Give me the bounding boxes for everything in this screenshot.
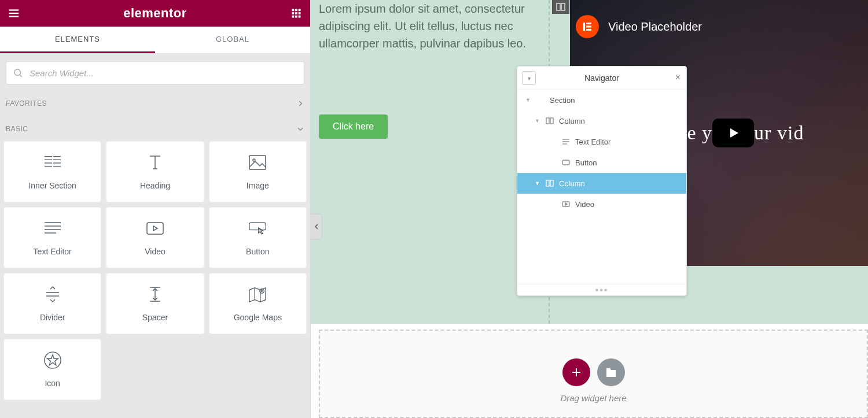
section-favorites-label: FAVORITES (6, 99, 47, 108)
widget-spacer[interactable]: Spacer (106, 273, 204, 334)
svg-rect-45 (557, 3, 560, 10)
navigator-item-section[interactable]: ▼ Section (517, 90, 686, 110)
navigator-item-label: Column (559, 117, 585, 125)
navigator-collapse-all-icon[interactable]: ▾ (522, 71, 536, 85)
navigator-item-video[interactable]: ▼ Video (517, 194, 686, 214)
dropzone-hint: Drag widget here (560, 393, 626, 403)
widget-icon[interactable]: Icon (3, 339, 101, 400)
search-icon (13, 68, 23, 78)
add-section-button[interactable] (562, 358, 590, 386)
navigator-item-label: Column (559, 179, 585, 188)
widget-label: Heading (140, 181, 170, 190)
chevron-down-icon (296, 125, 304, 133)
navigator-item-label: Button (575, 158, 597, 167)
widget-video[interactable]: Video (106, 207, 204, 268)
widget-inner-section[interactable]: Inner Section (3, 141, 101, 202)
navigator-item-button[interactable]: ▼ Button (517, 152, 686, 173)
divider-icon (43, 285, 62, 304)
svg-rect-25 (249, 156, 266, 169)
navigator-item-label: Video (575, 200, 594, 209)
navigator-header[interactable]: ▾ Navigator × (517, 66, 686, 90)
section-basic-label: BASIC (6, 125, 28, 133)
text-editor-content[interactable]: Lorem ipsum dolor sit amet, consectetur … (319, 0, 527, 52)
panel-header: elementor (0, 0, 310, 27)
spacer-icon (146, 285, 164, 304)
video-icon (146, 219, 164, 238)
heading-icon (146, 153, 164, 172)
widget-grid: Inner Section Heading Image Text Editor … (0, 141, 310, 406)
svg-line-13 (20, 75, 21, 76)
widget-label: Image (247, 181, 269, 190)
navigator-item-label: Text Editor (575, 138, 610, 146)
svg-marker-44 (47, 355, 58, 365)
column-icon (545, 180, 554, 187)
map-icon (248, 285, 267, 304)
svg-rect-6 (292, 12, 295, 14)
navigator-item-column[interactable]: ▼ Column (517, 110, 686, 131)
widget-label: Divider (40, 313, 65, 322)
navigator-panel[interactable]: ▾ Navigator × ▼ Section ▼ Column ▼ Text … (517, 66, 687, 296)
section-favorites[interactable]: FAVORITES (0, 90, 310, 116)
button-icon (248, 219, 267, 238)
svg-rect-46 (561, 3, 565, 10)
widget-label: Icon (45, 379, 60, 388)
svg-rect-7 (295, 12, 297, 14)
search-input[interactable] (6, 61, 304, 84)
widget-image[interactable]: Image (209, 141, 307, 202)
widget-label: Google Maps (234, 313, 282, 322)
widget-heading[interactable]: Heading (106, 141, 204, 202)
svg-rect-11 (299, 16, 301, 18)
caret-down-icon: ▼ (525, 97, 531, 103)
navigator-item-column-selected[interactable]: ▼ Column (517, 173, 686, 194)
panel-collapse-handle[interactable] (311, 214, 322, 239)
svg-rect-59 (562, 160, 569, 165)
text-editor-icon (43, 219, 62, 238)
tab-global[interactable]: GLOBAL (155, 27, 310, 53)
svg-point-26 (253, 159, 255, 161)
section-basic[interactable]: BASIC (0, 116, 310, 141)
close-icon[interactable]: × (675, 72, 681, 83)
widget-label: Spacer (142, 313, 168, 322)
svg-rect-10 (295, 16, 297, 18)
tab-elements[interactable]: ELEMENTS (0, 27, 155, 53)
svg-rect-33 (249, 223, 266, 230)
add-template-button[interactable] (597, 358, 625, 386)
svg-rect-31 (147, 223, 163, 234)
text-icon (561, 138, 571, 145)
play-button-icon[interactable] (712, 119, 754, 147)
svg-rect-54 (546, 118, 549, 124)
add-section-dropzone[interactable]: Drag widget here (319, 330, 868, 418)
navigator-item-text-editor[interactable]: ▼ Text Editor (517, 131, 686, 152)
widget-text-editor[interactable]: Text Editor (3, 207, 101, 268)
hamburger-menu-icon[interactable] (6, 5, 22, 21)
svg-point-12 (14, 69, 21, 76)
navigator-resize-handle[interactable]: ••• (517, 284, 686, 295)
apps-grid-icon[interactable] (288, 5, 304, 21)
widget-divider[interactable]: Divider (3, 273, 101, 334)
svg-rect-60 (546, 180, 549, 186)
widget-label: Text Editor (34, 247, 72, 256)
video-overlay-text-right: ur vid (754, 122, 804, 144)
column-handle[interactable] (552, 0, 569, 14)
navigator-item-label: Section (550, 96, 575, 105)
widget-button[interactable]: Button (209, 207, 307, 268)
svg-marker-32 (153, 226, 157, 231)
video-small-icon (561, 201, 571, 207)
svg-rect-3 (292, 9, 295, 12)
svg-marker-63 (565, 203, 567, 205)
caret-down-icon: ▼ (535, 180, 540, 186)
star-icon (43, 351, 62, 369)
image-icon (248, 153, 267, 172)
navigator-tree: ▼ Section ▼ Column ▼ Text Editor ▼ Butto… (517, 90, 686, 214)
chevron-right-icon (296, 99, 304, 108)
widget-label: Button (246, 247, 269, 256)
elementor-logo: elementor (123, 6, 187, 21)
widgets-panel: elementor ELEMENTS GLOBAL FAVORITES BASI… (0, 0, 311, 418)
svg-rect-61 (550, 180, 553, 186)
widget-google-maps[interactable]: Google Maps (209, 273, 307, 334)
panel-tabs: ELEMENTS GLOBAL (0, 27, 310, 54)
inner-section-icon (43, 153, 62, 172)
search-widget (6, 61, 304, 84)
click-here-button[interactable]: Click here (319, 114, 388, 139)
svg-rect-8 (299, 12, 301, 14)
